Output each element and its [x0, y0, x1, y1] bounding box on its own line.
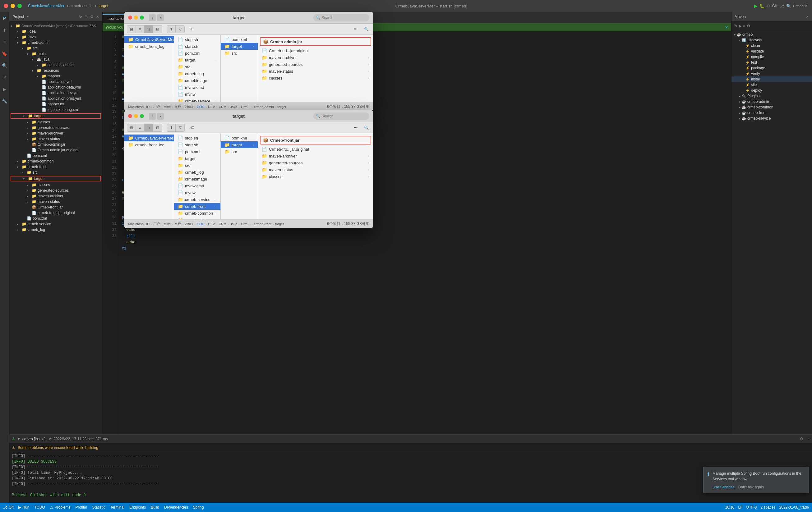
finder-top-forward[interactable]: ›: [157, 14, 164, 21]
finder-top-view-icon[interactable]: ⊞: [127, 26, 136, 33]
finder-top-classes[interactable]: 📁classes ›: [258, 74, 373, 81]
finder-bottom-maven-archiver[interactable]: 📁maven-archiver ›: [258, 153, 373, 159]
tree-front-maven-status[interactable]: ▸ 📁 maven-status: [9, 199, 102, 204]
close-button[interactable]: [4, 4, 8, 8]
finder-bottom-item-log[interactable]: 📁 crmeb_front_log: [124, 141, 174, 148]
tree-crmeb-log[interactable]: ▸ 📁 crmeb_log: [9, 227, 102, 232]
tree-crmeb-common[interactable]: ▸ 📁 crmeb-common: [9, 158, 102, 164]
maven-execute-icon[interactable]: ▶: [738, 24, 742, 28]
maven-install[interactable]: ▸ ⚡ install: [731, 77, 812, 82]
finder-bottom-view-icon[interactable]: ⊞: [127, 124, 136, 131]
finder-top-jar-header[interactable]: 📦 Crmeb-admin.jar: [260, 37, 371, 46]
finder-bottom-jar-original[interactable]: 📄Crmeb-fro...jar.original: [258, 146, 373, 153]
finder-bottom-maven-status[interactable]: 📁maven-status ›: [258, 166, 373, 173]
close-panel-icon[interactable]: ✕: [96, 14, 99, 19]
finder-bottom-mvnwcmd[interactable]: 📄mvnw.cmd: [174, 182, 221, 189]
maven-validate[interactable]: ▸ ⚡ validate: [731, 49, 812, 54]
sidebar-icon-find[interactable]: 🔍: [1, 62, 8, 69]
finder-bottom-col3-src[interactable]: 📁src: [221, 148, 258, 155]
tree-crmeb-service[interactable]: ▸ 📁 crmeb-service: [9, 221, 102, 227]
tree-front-maven-archiver[interactable]: ▸ 📁 maven-archiver: [9, 193, 102, 199]
finder-top-max[interactable]: [140, 16, 144, 20]
tree-admin-maven-archiver[interactable]: ▸ 📁 maven-archiver: [9, 130, 102, 136]
tree-admin-target[interactable]: ▾ 📁 target: [10, 113, 101, 119]
maximize-button[interactable]: [18, 4, 22, 8]
finder-bottom-column-icon[interactable]: ⫼: [145, 124, 153, 131]
finder-top-search-icon[interactable]: 🔍: [362, 26, 371, 33]
maven-clean[interactable]: ▸ ⚡ clean: [731, 43, 812, 49]
tree-root[interactable]: ▾ 📁 CrmebJavaServerMer [crmeb] ~/Documen…: [9, 23, 102, 29]
finder-bottom-search[interactable]: 🔍 Search: [313, 113, 369, 120]
minimize-button[interactable]: [10, 4, 15, 8]
tree-front-pom[interactable]: ▸ 📄 pom.xml: [9, 216, 102, 221]
settings-icon[interactable]: ⚙: [90, 14, 93, 19]
finder-bottom-pom-xml[interactable]: 📄pom.xml: [174, 148, 221, 155]
finder-top-jar-original[interactable]: 📄Crmeb-ad...jar.original: [258, 47, 373, 54]
finder-bottom-front[interactable]: 📁crmeb-front ›: [174, 203, 221, 210]
tree-app-yml[interactable]: ▸ 📄 application.yml: [9, 79, 102, 85]
finder-top-maven-archiver[interactable]: 📁maven-archiver ›: [258, 54, 373, 61]
sync-icon[interactable]: ↻: [79, 14, 82, 19]
finder-bottom-service[interactable]: 📁crmeb-service ›: [174, 196, 221, 203]
finder-bottom-classes[interactable]: 📁classes ›: [258, 173, 373, 180]
finder-bottom-col3-target[interactable]: 📁target ›: [221, 141, 258, 148]
finder-bottom-generated-sources[interactable]: 📁generated-sources ›: [258, 159, 373, 166]
finder-bottom-more-icon[interactable]: •••: [351, 124, 360, 131]
tree-admin-pom[interactable]: ▸ 📄 pom.xml: [9, 153, 102, 158]
collapse-icon[interactable]: ⊞: [85, 14, 88, 19]
run-close-icon[interactable]: —: [806, 437, 810, 441]
status-problems[interactable]: ⚠ Problems: [50, 505, 70, 510]
finder-bottom-share-icon[interactable]: ▽: [176, 124, 184, 131]
finder-bottom-action-icon[interactable]: ⬆: [167, 124, 176, 131]
maven-plugins[interactable]: ▸ 🔌 Plugins: [731, 93, 812, 99]
finder-top-item-crmeb[interactable]: 📁 CrmebJavaServerMer ›: [124, 36, 174, 43]
finder-top-crmebimage[interactable]: 📁crmebimage: [174, 77, 221, 84]
tree-admin-com[interactable]: ▸ 📁 com.zbkj.admin: [9, 62, 102, 68]
settings-icon[interactable]: ⚙: [766, 4, 770, 8]
finder-bottom-item-crmeb[interactable]: 📁 CrmebJavaServerMer ›: [124, 134, 174, 141]
finder-bottom-list-icon[interactable]: ≡: [136, 124, 145, 131]
finder-top-column-icon[interactable]: ⫼: [145, 26, 153, 33]
finder-bottom-search-icon[interactable]: 🔍: [362, 124, 371, 131]
tree-banner[interactable]: ▸ 📄 banner.txt: [9, 101, 102, 107]
use-services-link[interactable]: Use Services: [713, 485, 734, 489]
tree-front-jar[interactable]: ▸ 📦 Crmeb-front.jar: [9, 204, 102, 210]
sidebar-icon-project[interactable]: P: [1, 15, 8, 22]
sidebar-icon-run[interactable]: ▶: [1, 86, 8, 93]
dont-ask-again-link[interactable]: Don't ask again: [738, 485, 764, 489]
tree-admin-jar[interactable]: ▸ 📦 Crmeb-admin.jar: [9, 142, 102, 147]
finder-top-target[interactable]: 📁target ›: [174, 57, 221, 63]
debug-icon[interactable]: 🐛: [759, 4, 764, 8]
maven-package[interactable]: ▸ ⚡ package: [731, 65, 812, 71]
finder-bottom-jar-header[interactable]: 📦 Crmeb-front.jar: [260, 136, 371, 145]
finder-bottom-forward[interactable]: ›: [157, 113, 164, 120]
finder-bottom-src[interactable]: 📁src: [174, 162, 221, 169]
status-dependencies[interactable]: Dependencies: [164, 505, 188, 510]
tree-mvn[interactable]: ▸ 📁 .mvn: [9, 34, 102, 40]
git-icon[interactable]: ⎇: [780, 4, 784, 8]
finder-top-mvnw[interactable]: 📄mvnw: [174, 91, 221, 97]
run-icon[interactable]: ▶: [754, 3, 758, 8]
tree-app-dev-yml[interactable]: ▸ 📄 application-dev.yml: [9, 90, 102, 96]
finder-top-more-icon[interactable]: •••: [351, 26, 360, 33]
prompt-close[interactable]: ✕: [725, 25, 728, 30]
tree-front-classes[interactable]: ▸ 📁 classes: [9, 182, 102, 188]
tree-front-generated[interactable]: ▸ 📁 generated-sources: [9, 188, 102, 193]
finder-top-mvnwcmd[interactable]: 📄mvnw.cmd: [174, 84, 221, 91]
finder-top-start-sh[interactable]: 📄start.sh: [174, 43, 221, 50]
maven-refresh-icon[interactable]: ↻: [734, 24, 737, 28]
finder-top-col3-target[interactable]: 📁target ›: [221, 43, 258, 50]
maven-crmeb-front-sub[interactable]: ▸ ☕ crmeb-front: [731, 110, 812, 116]
finder-top-item-log[interactable]: 📁 crmeb_front_log: [124, 43, 174, 50]
finder-bottom-start-sh[interactable]: 📄start.sh: [174, 141, 221, 148]
breadcrumb-part2[interactable]: crmeb-admin: [70, 4, 92, 8]
sidebar-icon-vcs[interactable]: ⑂: [1, 74, 8, 81]
finder-top-close[interactable]: [128, 16, 132, 20]
tree-admin-maven-status[interactable]: ▸ 📁 maven-status: [9, 136, 102, 142]
status-statistic[interactable]: Statistic: [92, 505, 106, 510]
maven-verify[interactable]: ▸ ⚡ verify: [731, 71, 812, 77]
finder-top-maven-status[interactable]: 📁maven-status ›: [258, 68, 373, 74]
finder-top-gallery-icon[interactable]: ⊟: [153, 26, 162, 33]
tree-admin-java[interactable]: ▾ ☕ java: [9, 57, 102, 62]
finder-top-tag-icon[interactable]: 🏷: [188, 26, 197, 33]
